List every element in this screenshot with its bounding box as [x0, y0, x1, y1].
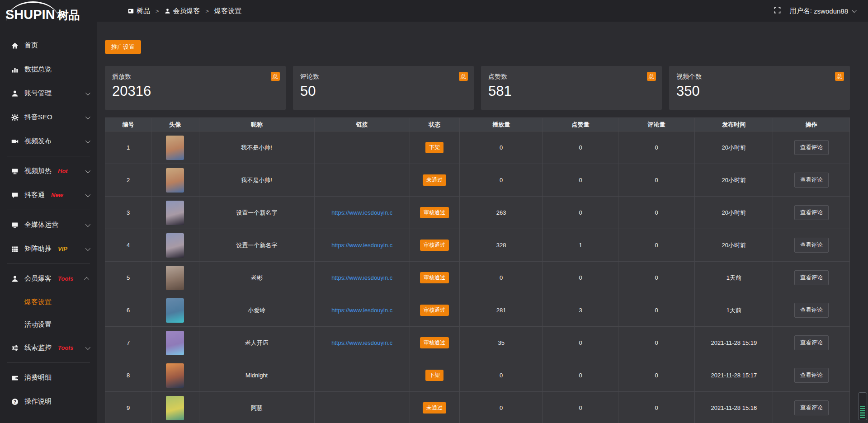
view-comments-button[interactable]: 查看评论 — [794, 368, 829, 383]
status-badge[interactable]: 未通过 — [423, 402, 446, 414]
sidebar-item-instructions[interactable]: ? 操作说明 — [0, 390, 97, 414]
nickname: Midnight — [199, 359, 314, 392]
nickname: 老人开店 — [199, 327, 314, 359]
sidebar-item-expense-detail[interactable]: 消费明细 — [0, 366, 97, 390]
publish-time: 1天前 — [695, 294, 773, 327]
likes-count: 0 — [543, 392, 618, 423]
question-circle-icon: ? — [11, 398, 19, 405]
sidebar-item-clue-monitor[interactable]: 线索监控 Tools — [0, 336, 97, 360]
status-badge[interactable]: 审核通过 — [420, 272, 449, 283]
view-comments-button[interactable]: 查看评论 — [794, 303, 829, 318]
publish-time: 2021-11-28 15:19 — [695, 327, 773, 359]
breadcrumb: 树品 > 会员爆客 > 爆客设置 — [128, 7, 241, 15]
sidebar-item-douyin-seo[interactable]: 抖音SEO — [0, 105, 97, 129]
submenu-item-label: 活动设置 — [24, 320, 52, 329]
video-link[interactable]: https://www.iesdouyin.c — [331, 242, 392, 249]
plays-count: 0 — [459, 132, 542, 164]
sidebar-item-label: 视频加热 — [24, 167, 52, 175]
likes-count: 0 — [543, 164, 618, 197]
stat-label: 点赞数 — [488, 73, 655, 81]
breadcrumb-item-member[interactable]: 会员爆客 — [173, 7, 200, 15]
floating-widget[interactable] — [858, 392, 867, 420]
view-comments-button[interactable]: 查看评论 — [794, 173, 829, 188]
sidebar-item-account-management[interactable]: 账号管理 — [0, 81, 97, 105]
sidebar-item-data-overview[interactable]: 数据总览 — [0, 57, 97, 81]
status-badge[interactable]: 未通过 — [423, 174, 446, 186]
sliders-icon — [11, 344, 19, 352]
col-header-status: 状态 — [410, 118, 459, 132]
avatar — [166, 396, 184, 420]
new-tag: New — [51, 192, 63, 198]
view-comments-button[interactable]: 查看评论 — [794, 400, 829, 415]
breadcrumb-item-home[interactable]: 树品 — [137, 7, 150, 15]
video-link[interactable]: https://www.iesdouyin.c — [331, 274, 392, 281]
promotion-settings-button[interactable]: 推广设置 — [105, 40, 141, 54]
comments-count: 0 — [618, 197, 695, 229]
col-header-avatar: 头像 — [151, 118, 199, 132]
publish-time: 20小时前 — [695, 164, 773, 197]
status-badge[interactable]: 审核通过 — [420, 337, 449, 348]
status-badge[interactable]: 审核通过 — [420, 207, 449, 218]
stat-label: 播放数 — [112, 73, 278, 81]
nickname: 小爱玲 — [199, 294, 314, 327]
fullscreen-icon[interactable] — [774, 7, 781, 15]
publish-time: 2021-11-28 15:16 — [695, 392, 773, 423]
sidebar-item-video-publish[interactable]: 视频发布 — [0, 129, 97, 153]
sidebar-item-home[interactable]: 首页 — [0, 33, 97, 57]
comments-count: 0 — [618, 294, 695, 327]
row-number: 1 — [105, 132, 151, 164]
stat-value: 20316 — [112, 83, 278, 99]
sidebar-divider — [7, 156, 90, 156]
username-value: zswodun88 — [814, 7, 848, 15]
status-badge[interactable]: 审核通过 — [420, 240, 449, 251]
status-badge[interactable]: 下架 — [425, 370, 443, 381]
row-number: 5 — [105, 262, 151, 294]
chevron-down-icon — [85, 344, 90, 349]
col-header-number: 编号 — [105, 118, 151, 132]
sidebar-item-douketong[interactable]: 抖客通 New — [0, 183, 97, 207]
sidebar-item-video-heat[interactable]: 视频加热 Hot — [0, 159, 97, 183]
sidebar-item-all-media[interactable]: 全媒体运营 — [0, 213, 97, 237]
user-menu[interactable]: 用户名: zswodun88 — [790, 7, 855, 15]
stat-value: 50 — [300, 83, 467, 99]
sidebar-item-label: 线索监控 — [24, 343, 52, 352]
avatar — [166, 168, 184, 193]
view-comments-button[interactable]: 查看评论 — [794, 140, 829, 155]
plays-count: 328 — [459, 229, 542, 262]
col-header-comments: 评论量 — [618, 118, 695, 132]
comments-count: 0 — [618, 132, 695, 164]
avatar — [166, 363, 184, 388]
comments-count: 0 — [618, 392, 695, 423]
sidebar-item-label: 抖客通 — [24, 191, 45, 199]
sidebar-subitem-baoke-settings[interactable]: 爆客设置 — [0, 291, 97, 313]
view-comments-button[interactable]: 查看评论 — [794, 270, 829, 285]
sidebar-item-member-baoke[interactable]: 会员爆客 Tools — [0, 267, 97, 291]
video-link[interactable]: https://www.iesdouyin.c — [331, 339, 392, 346]
nickname: 设置一个新名字 — [199, 229, 314, 262]
avatar — [166, 298, 184, 323]
plays-count: 35 — [459, 327, 542, 359]
topbar-right: 用户名: zswodun88 — [774, 7, 855, 15]
sidebar-item-label: 首页 — [24, 41, 38, 50]
row-number: 2 — [105, 164, 151, 197]
view-comments-button[interactable]: 查看评论 — [794, 335, 829, 350]
video-link[interactable]: https://www.iesdouyin.c — [331, 209, 392, 216]
status-badge[interactable]: 下架 — [425, 142, 443, 153]
breadcrumb-separator: > — [156, 8, 159, 14]
likes-count: 0 — [543, 327, 618, 359]
likes-count: 3 — [543, 294, 618, 327]
view-comments-button[interactable]: 查看评论 — [794, 238, 829, 253]
home-icon — [11, 42, 19, 49]
logo[interactable]: SHUPIN树品 — [0, 0, 97, 27]
view-comments-button[interactable]: 查看评论 — [794, 205, 829, 220]
video-link[interactable]: https://www.iesdouyin.c — [331, 307, 392, 314]
table-row: 7 老人开店 https://www.iesdouyin.c 审核通过 35 0… — [105, 327, 850, 359]
nickname: 我不是小帅! — [199, 132, 314, 164]
sidebar-subitem-activity-settings[interactable]: 活动设置 — [0, 313, 97, 336]
comment-icon — [11, 191, 19, 199]
sidebar-item-matrix-boost[interactable]: 矩阵助推 VIP — [0, 237, 97, 261]
stat-value: 581 — [488, 83, 655, 99]
status-badge[interactable]: 审核通过 — [420, 305, 449, 316]
floating-widget-stripes — [860, 406, 865, 418]
nickname: 我不是小帅! — [199, 164, 314, 197]
